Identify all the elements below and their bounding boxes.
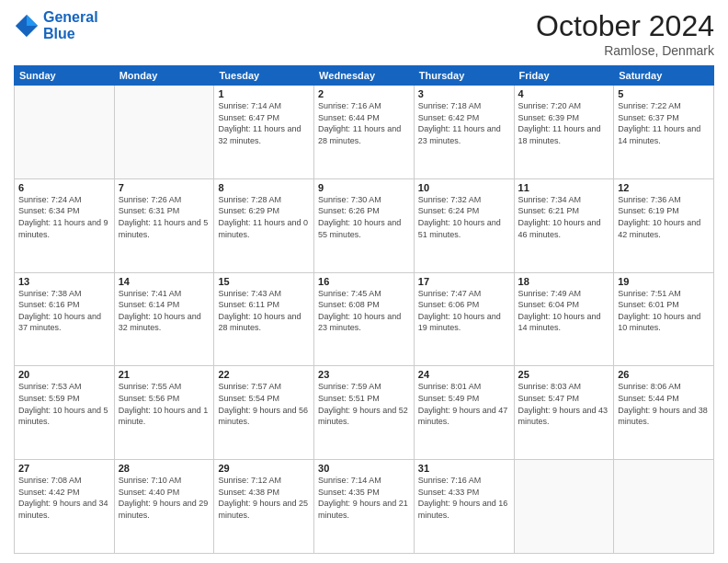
day-info: Sunrise: 7:32 AMSunset: 6:24 PMDaylight:…: [418, 194, 510, 240]
day-number: 27: [18, 463, 110, 474]
day-info: Sunrise: 7:49 AMSunset: 6:04 PMDaylight:…: [518, 288, 610, 334]
calendar-cell-23: 23Sunrise: 7:59 AMSunset: 5:51 PMDayligh…: [314, 366, 415, 460]
calendar-cell-28: 28Sunrise: 7:10 AMSunset: 4:40 PMDayligh…: [114, 460, 214, 554]
day-number: 10: [418, 182, 510, 193]
day-info: Sunrise: 7:26 AMSunset: 6:31 PMDaylight:…: [119, 194, 210, 240]
calendar-cell-27: 27Sunrise: 7:08 AMSunset: 4:42 PMDayligh…: [15, 460, 115, 554]
day-info: Sunrise: 7:45 AMSunset: 6:08 PMDaylight:…: [318, 288, 410, 334]
day-number: 19: [618, 276, 710, 287]
day-number: 5: [618, 88, 710, 99]
calendar-cell-9: 9Sunrise: 7:30 AMSunset: 6:26 PMDaylight…: [314, 178, 415, 272]
day-info: Sunrise: 8:01 AMSunset: 5:49 PMDaylight:…: [418, 381, 510, 427]
day-info: Sunrise: 7:16 AMSunset: 4:33 PMDaylight:…: [418, 475, 510, 521]
day-number: 16: [318, 276, 410, 287]
day-info: Sunrise: 7:41 AMSunset: 6:14 PMDaylight:…: [119, 288, 210, 334]
day-info: Sunrise: 7:12 AMSunset: 4:38 PMDaylight:…: [218, 475, 310, 521]
day-info: Sunrise: 7:30 AMSunset: 6:26 PMDaylight:…: [318, 194, 410, 240]
week-row-1: 1Sunrise: 7:14 AMSunset: 6:47 PMDaylight…: [15, 86, 714, 179]
calendar-cell-12: 12Sunrise: 7:36 AMSunset: 6:19 PMDayligh…: [614, 178, 714, 272]
calendar-cell-26: 26Sunrise: 8:06 AMSunset: 5:44 PMDayligh…: [614, 366, 714, 460]
day-info: Sunrise: 7:28 AMSunset: 6:29 PMDaylight:…: [218, 194, 310, 240]
weekday-header-sunday: Sunday: [15, 66, 115, 86]
week-row-4: 20Sunrise: 7:53 AMSunset: 5:59 PMDayligh…: [15, 366, 714, 460]
week-row-5: 27Sunrise: 7:08 AMSunset: 4:42 PMDayligh…: [15, 460, 714, 554]
week-row-2: 6Sunrise: 7:24 AMSunset: 6:34 PMDaylight…: [15, 178, 714, 272]
calendar-cell-8: 8Sunrise: 7:28 AMSunset: 6:29 PMDaylight…: [214, 178, 314, 272]
weekday-header-saturday: Saturday: [614, 66, 714, 86]
day-number: 25: [518, 369, 610, 380]
day-info: Sunrise: 7:14 AMSunset: 6:47 PMDaylight:…: [218, 100, 310, 146]
logo-general: General: [43, 9, 98, 25]
calendar-cell-18: 18Sunrise: 7:49 AMSunset: 6:04 PMDayligh…: [514, 272, 614, 366]
day-number: 13: [18, 276, 110, 287]
calendar-cell-24: 24Sunrise: 8:01 AMSunset: 5:49 PMDayligh…: [414, 366, 514, 460]
calendar-cell-17: 17Sunrise: 7:47 AMSunset: 6:06 PMDayligh…: [414, 272, 514, 366]
day-info: Sunrise: 7:38 AMSunset: 6:16 PMDaylight:…: [18, 288, 110, 334]
calendar-cell-21: 21Sunrise: 7:55 AMSunset: 5:56 PMDayligh…: [114, 366, 214, 460]
weekday-header-row: SundayMondayTuesdayWednesdayThursdayFrid…: [15, 66, 714, 86]
weekday-header-tuesday: Tuesday: [214, 66, 314, 86]
day-number: 30: [318, 463, 410, 474]
day-info: Sunrise: 7:57 AMSunset: 5:54 PMDaylight:…: [218, 381, 310, 427]
day-info: Sunrise: 7:59 AMSunset: 5:51 PMDaylight:…: [318, 381, 410, 427]
calendar-cell-1: 1Sunrise: 7:14 AMSunset: 6:47 PMDaylight…: [214, 86, 314, 179]
day-number: 29: [218, 463, 310, 474]
day-number: 6: [18, 182, 110, 193]
day-info: Sunrise: 7:18 AMSunset: 6:42 PMDaylight:…: [418, 100, 510, 146]
title-block: October 2024 Ramlose, Denmark: [536, 9, 714, 58]
day-number: 12: [618, 182, 710, 193]
calendar-cell-2: 2Sunrise: 7:16 AMSunset: 6:44 PMDaylight…: [314, 86, 415, 179]
day-number: 31: [418, 463, 510, 474]
calendar-cell-empty: [514, 460, 614, 554]
day-info: Sunrise: 7:22 AMSunset: 6:37 PMDaylight:…: [618, 100, 710, 146]
calendar-cell-30: 30Sunrise: 7:14 AMSunset: 4:35 PMDayligh…: [314, 460, 415, 554]
day-info: Sunrise: 7:47 AMSunset: 6:06 PMDaylight:…: [418, 288, 510, 334]
calendar-cell-22: 22Sunrise: 7:57 AMSunset: 5:54 PMDayligh…: [214, 366, 314, 460]
day-number: 11: [518, 182, 610, 193]
day-info: Sunrise: 7:24 AMSunset: 6:34 PMDaylight:…: [18, 194, 110, 240]
weekday-header-thursday: Thursday: [414, 66, 514, 86]
header: General Blue October 2024 Ramlose, Denma…: [14, 9, 714, 58]
calendar-page: General Blue October 2024 Ramlose, Denma…: [0, 0, 728, 563]
day-number: 20: [18, 369, 110, 380]
calendar-cell-31: 31Sunrise: 7:16 AMSunset: 4:33 PMDayligh…: [414, 460, 514, 554]
calendar-cell-empty: [15, 86, 115, 179]
day-number: 18: [518, 276, 610, 287]
day-info: Sunrise: 7:10 AMSunset: 4:40 PMDaylight:…: [119, 475, 210, 521]
calendar-cell-29: 29Sunrise: 7:12 AMSunset: 4:38 PMDayligh…: [214, 460, 314, 554]
day-number: 4: [518, 88, 610, 99]
day-number: 28: [119, 463, 210, 474]
weekday-header-wednesday: Wednesday: [314, 66, 415, 86]
month-title: October 2024: [536, 9, 714, 43]
day-number: 26: [618, 369, 710, 380]
day-info: Sunrise: 7:43 AMSunset: 6:11 PMDaylight:…: [218, 288, 310, 334]
day-info: Sunrise: 7:08 AMSunset: 4:42 PMDaylight:…: [18, 475, 110, 521]
day-number: 14: [119, 276, 210, 287]
calendar-cell-16: 16Sunrise: 7:45 AMSunset: 6:08 PMDayligh…: [314, 272, 415, 366]
day-number: 23: [318, 369, 410, 380]
calendar-cell-19: 19Sunrise: 7:51 AMSunset: 6:01 PMDayligh…: [614, 272, 714, 366]
calendar-cell-25: 25Sunrise: 8:03 AMSunset: 5:47 PMDayligh…: [514, 366, 614, 460]
day-number: 7: [119, 182, 210, 193]
calendar-cell-10: 10Sunrise: 7:32 AMSunset: 6:24 PMDayligh…: [414, 178, 514, 272]
day-info: Sunrise: 7:51 AMSunset: 6:01 PMDaylight:…: [618, 288, 710, 334]
calendar-cell-15: 15Sunrise: 7:43 AMSunset: 6:11 PMDayligh…: [214, 272, 314, 366]
calendar-cell-13: 13Sunrise: 7:38 AMSunset: 6:16 PMDayligh…: [15, 272, 115, 366]
day-info: Sunrise: 7:16 AMSunset: 6:44 PMDaylight:…: [318, 100, 410, 146]
weekday-header-monday: Monday: [114, 66, 214, 86]
calendar-cell-11: 11Sunrise: 7:34 AMSunset: 6:21 PMDayligh…: [514, 178, 614, 272]
day-info: Sunrise: 7:55 AMSunset: 5:56 PMDaylight:…: [119, 381, 210, 427]
logo-icon: [14, 13, 40, 39]
day-info: Sunrise: 7:53 AMSunset: 5:59 PMDaylight:…: [18, 381, 110, 427]
day-number: 1: [218, 88, 310, 99]
day-info: Sunrise: 8:06 AMSunset: 5:44 PMDaylight:…: [618, 381, 710, 427]
day-info: Sunrise: 7:34 AMSunset: 6:21 PMDaylight:…: [518, 194, 610, 240]
day-number: 8: [218, 182, 310, 193]
day-number: 24: [418, 369, 510, 380]
location: Ramlose, Denmark: [536, 43, 714, 58]
day-info: Sunrise: 7:36 AMSunset: 6:19 PMDaylight:…: [618, 194, 710, 240]
calendar-cell-empty: [614, 460, 714, 554]
day-number: 9: [318, 182, 410, 193]
calendar-table: SundayMondayTuesdayWednesdayThursdayFrid…: [14, 65, 714, 554]
calendar-cell-6: 6Sunrise: 7:24 AMSunset: 6:34 PMDaylight…: [15, 178, 115, 272]
